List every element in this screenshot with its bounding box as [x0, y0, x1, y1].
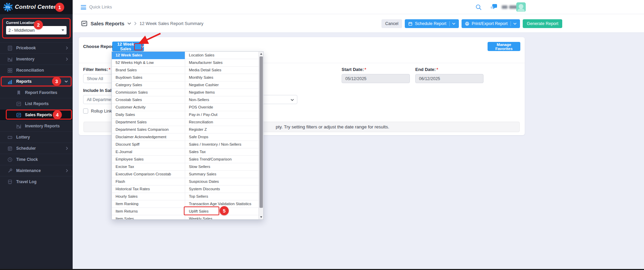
report-menu-item[interactable]: Crosstab Sales: [112, 96, 185, 104]
report-menu-item[interactable]: Sales Tax: [185, 148, 259, 156]
sidebar-item-lottery[interactable]: Lottery: [0, 131, 73, 143]
rollup-links-field: Rollup Links: [83, 108, 114, 114]
print-export-report-button[interactable]: Print/Export Report: [462, 19, 520, 28]
chat-icon[interactable]: [490, 4, 498, 10]
report-menu-item[interactable]: Safe Drops: [185, 133, 259, 141]
shelf-icon: [7, 57, 13, 62]
divider: [511, 21, 511, 26]
report-menu-item[interactable]: Sales Trend/Comparison: [185, 156, 259, 163]
calendar-icon: [7, 146, 13, 151]
report-menu-item[interactable]: E-Journal: [112, 148, 185, 156]
report-menu-item[interactable]: Weekly Sales: [185, 215, 259, 219]
sidebar-item-maintenance[interactable]: Maintenance: [0, 165, 73, 176]
svg-text:FTx: FTx: [6, 6, 10, 8]
report-menu-item[interactable]: Hourly Sales: [112, 193, 185, 200]
report-menu-item[interactable]: Executive Comparison Crosstab: [112, 171, 185, 178]
sidebar-item-travel-log[interactable]: Travel Log: [0, 176, 73, 187]
report-menu-item[interactable]: Uplift Sales: [185, 208, 259, 215]
sidebar-item-reconciliation[interactable]: Reconciliation: [0, 65, 73, 76]
report-menu-item[interactable]: Transaction Age Validation Statistics: [185, 200, 259, 208]
report-menu-item[interactable]: Summary Sales: [185, 171, 259, 178]
chevron-down-icon[interactable]: [513, 23, 517, 25]
hamburger-menu-icon[interactable]: [81, 5, 86, 10]
calculator-icon: [7, 46, 13, 51]
report-menu-item[interactable]: Department Sales Comparison: [112, 126, 185, 133]
chevron-down-icon[interactable]: [141, 46, 144, 48]
selected-report-label: 12 Week Sales: [112, 42, 139, 51]
sidebar-item-label: Maintenance: [16, 168, 41, 173]
sidebar-item-list-reports[interactable]: List Reports: [0, 98, 73, 109]
report-menu-item[interactable]: Manufacturer Sales: [185, 59, 259, 67]
report-menu-item[interactable]: Negative Cashier: [185, 81, 259, 89]
manage-favorites-button[interactable]: Manage Favorites: [488, 42, 520, 51]
menu-scrollbar[interactable]: [258, 52, 263, 219]
report-menu-item[interactable]: Discount Spiff: [112, 141, 185, 148]
report-menu-item[interactable]: Suspicious Dates: [185, 178, 259, 186]
report-menu-item[interactable]: Excise Tax: [112, 163, 185, 171]
report-menu-item[interactable]: Historical Tax Rates: [112, 186, 185, 193]
choose-report-label: Choose Report: [83, 42, 115, 51]
avatar[interactable]: [516, 2, 526, 12]
report-menu-item[interactable]: Monthly Sales: [185, 74, 259, 81]
cancel-button[interactable]: Cancel: [381, 19, 402, 28]
report-menu-item[interactable]: Customer Activity: [112, 104, 185, 111]
report-menu-item[interactable]: Location Sales: [185, 52, 259, 59]
sidebar-item-scheduler[interactable]: Scheduler: [0, 143, 73, 154]
end-date-input[interactable]: [415, 74, 484, 83]
report-menu-item[interactable]: Flash: [112, 178, 185, 186]
line-chart-icon: [81, 20, 88, 27]
sidebar-item-label: Lottery: [16, 135, 30, 140]
sidebar-item-sales-reports[interactable]: Sales Reports: [0, 109, 73, 120]
report-menu-item[interactable]: Employee Sales: [112, 156, 185, 163]
report-menu-item[interactable]: Item Returns: [112, 208, 185, 215]
report-menu-item[interactable]: Top Sellers: [185, 193, 259, 200]
report-menu-item[interactable]: Commission Sales: [112, 89, 185, 96]
printer-icon: [465, 22, 469, 26]
sidebar-item-pricebook[interactable]: Pricebook: [0, 42, 73, 53]
sidebar-item-report-favorites[interactable]: Report Favorites: [0, 87, 73, 98]
report-menu-item[interactable]: Brand Sales: [112, 67, 185, 74]
report-menu-item[interactable]: Sales / Inventory / Non-Sellers: [185, 141, 259, 148]
report-menu-item[interactable]: Department Sales: [112, 119, 185, 126]
report-menu-item[interactable]: Non-Sellers: [185, 96, 259, 104]
rollup-links-label: Rollup Links: [91, 109, 114, 114]
report-menu-item[interactable]: POS Override: [185, 104, 259, 111]
report-menu-item[interactable]: Category Sales: [112, 81, 185, 89]
sidebar-item-reports[interactable]: Reports: [0, 76, 73, 87]
breadcrumb-root[interactable]: Sales Reports: [91, 21, 124, 26]
report-menu-item[interactable]: Disclaimer Acknowledgement: [112, 133, 185, 141]
report-menu-item[interactable]: Daily Sales: [112, 111, 185, 119]
report-menu-item[interactable]: Item Ranking: [112, 200, 185, 208]
report-menu-item[interactable]: Pay-in / Pay-Out: [185, 111, 259, 119]
breadcrumb: Sales Reports 12 Week Sales Report Summa…: [81, 14, 203, 33]
report-menu-item[interactable]: Buydown Sales: [112, 74, 185, 81]
sidebar-item-time-clock[interactable]: Time Clock: [0, 154, 73, 165]
scroll-down-arrow-icon[interactable]: [259, 215, 263, 219]
report-menu-item[interactable]: Reconciliation: [185, 119, 259, 126]
report-menu-item[interactable]: Negative Items: [185, 89, 259, 96]
report-selector-button[interactable]: 12 Week Sales: [112, 42, 144, 51]
search-icon[interactable]: [475, 4, 482, 10]
chevron-down-icon[interactable]: [127, 22, 131, 25]
report-menu-item[interactable]: Register Z: [185, 126, 259, 133]
breadcrumb-current: 12 Week Sales Report Summary: [140, 21, 203, 26]
start-date-input[interactable]: [342, 74, 410, 83]
report-menu-item[interactable]: 12 Week Sales: [112, 52, 185, 59]
wrench-icon: [7, 168, 13, 173]
report-menu-item[interactable]: Slow Sellers: [185, 163, 259, 171]
scroll-up-arrow-icon[interactable]: [259, 52, 263, 56]
sidebar-item-inventory[interactable]: Inventory: [0, 53, 73, 65]
report-menu-item[interactable]: 52 Weeks High & Low: [112, 59, 185, 67]
report-menu-item[interactable]: Media Detail Sales: [185, 67, 259, 74]
line-chart-icon: [16, 101, 21, 106]
report-menu-item[interactable]: System Discounts: [185, 186, 259, 193]
location-select[interactable]: 2 - Middletown: [6, 26, 67, 34]
schedule-report-button[interactable]: Schedule Report: [405, 19, 459, 28]
sidebar-item-label: Pricebook: [16, 46, 36, 50]
sidebar-item-inventory-reports[interactable]: Inventory Reports: [0, 120, 73, 131]
rollup-links-checkbox[interactable]: [83, 108, 88, 114]
scrollbar-thumb[interactable]: [259, 56, 263, 208]
generate-report-button[interactable]: Generate Report: [523, 19, 562, 28]
chevron-down-icon[interactable]: [452, 23, 455, 25]
report-menu-item[interactable]: Item Sales: [112, 215, 185, 219]
